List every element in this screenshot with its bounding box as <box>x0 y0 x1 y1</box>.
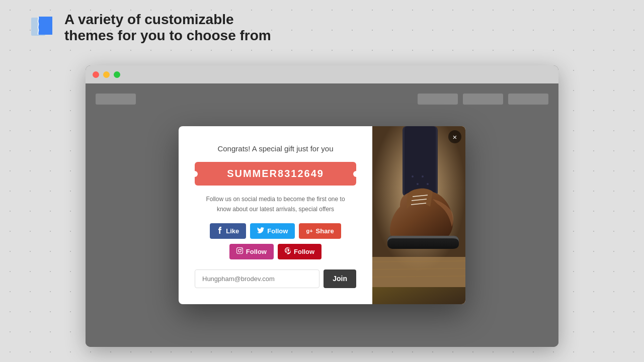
modal-title: Congrats! A special gift just for you <box>217 144 333 153</box>
svg-point-9 <box>417 183 419 185</box>
svg-point-4 <box>241 248 242 249</box>
facebook-like-label: Like <box>226 227 239 235</box>
traffic-light-green[interactable] <box>114 71 120 78</box>
browser-content: Congrats! A special gift just for you SU… <box>86 83 558 347</box>
social-buttons-container: Like Follow g+ Share <box>195 223 356 259</box>
svg-rect-7 <box>405 126 436 197</box>
modal-left-panel: Congrats! A special gift just for you SU… <box>179 126 372 304</box>
header: A variety of customizable themes for you… <box>0 0 644 55</box>
facebook-like-button[interactable]: Like <box>210 223 246 239</box>
coupon-code: SUMMER8312649 <box>195 162 356 186</box>
gplus-icon: g+ <box>306 228 312 234</box>
twitter-follow-label: Follow <box>267 227 288 235</box>
svg-point-11 <box>427 183 429 185</box>
header-text: A variety of customizable themes for you… <box>64 12 271 44</box>
modal-overlay: Congrats! A special gift just for you SU… <box>86 83 558 347</box>
svg-point-10 <box>422 175 424 177</box>
modal-description: Follow us on social media to become the … <box>206 195 345 214</box>
gplus-share-button[interactable]: g+ Share <box>299 223 341 239</box>
social-row-1: Like Follow g+ Share <box>210 223 341 239</box>
shoe-image <box>372 126 465 304</box>
pinterest-follow-label: Follow <box>294 248 314 255</box>
facebook-icon <box>217 227 223 235</box>
twitter-icon <box>257 227 264 235</box>
browser-titlebar <box>86 65 558 83</box>
email-join-row: Join <box>195 269 356 288</box>
email-input[interactable] <box>195 269 319 288</box>
join-button[interactable]: Join <box>324 269 356 288</box>
traffic-light-yellow[interactable] <box>103 71 110 78</box>
instagram-icon <box>236 247 243 255</box>
svg-point-3 <box>238 249 242 252</box>
social-row-2: Follow Follow <box>229 244 321 259</box>
modal: Congrats! A special gift just for you SU… <box>179 126 465 304</box>
svg-rect-2 <box>236 248 243 254</box>
instagram-follow-button[interactable]: Follow <box>229 244 274 259</box>
gplus-share-label: Share <box>316 227 334 235</box>
traffic-light-red[interactable] <box>93 71 99 78</box>
svg-point-8 <box>412 175 414 177</box>
modal-right-panel: × <box>372 126 465 304</box>
pinterest-follow-button[interactable]: Follow <box>278 244 321 259</box>
browser-window: Congrats! A special gift just for you SU… <box>86 65 558 347</box>
twitter-follow-button[interactable]: Follow <box>250 223 295 239</box>
pinterest-icon <box>285 247 291 256</box>
logo-icon <box>30 15 56 41</box>
instagram-follow-label: Follow <box>246 248 267 255</box>
